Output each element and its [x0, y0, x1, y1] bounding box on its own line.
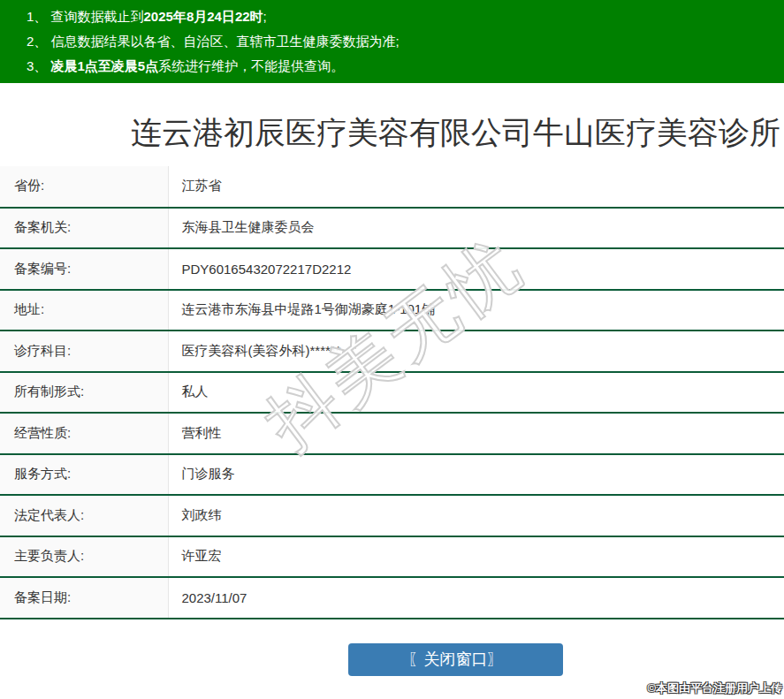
field-label: 备案编号: [0, 248, 168, 290]
notice-line-3: 3、 凌晨1点至凌晨5点系统进行维护，不能提供查询。 [27, 54, 784, 79]
close-window-button[interactable]: 〖关闭窗口〗 [348, 643, 563, 676]
field-label: 服务方式: [0, 454, 168, 496]
field-value: PDY60165432072217D2212 [168, 248, 784, 290]
table-row: 经营性质: 营利性 [0, 413, 784, 454]
field-label: 备案日期: [0, 577, 168, 619]
notice-number: 2、 [27, 34, 51, 49]
field-value: 江苏省 [168, 166, 784, 208]
field-label: 诊疗科目: [0, 331, 168, 372]
field-value: 东海县卫生健康委员会 [168, 208, 784, 249]
record-table-body: 省份: 江苏省 备案机关: 东海县卫生健康委员会 备案编号: PDY601654… [0, 166, 784, 619]
table-row: 省份: 江苏省 [0, 166, 784, 208]
field-value: 刘政纬 [168, 495, 784, 536]
field-value: 许亚宏 [168, 536, 784, 578]
notice-line-1: 1、 查询数据截止到2025年8月24日22时; [27, 4, 784, 29]
notice-text: 查询数据截止到 [51, 9, 144, 24]
table-row: 所有制形式: 私人 [0, 372, 784, 414]
notice-number: 3、 [27, 58, 51, 73]
field-value: 门诊服务 [168, 454, 784, 496]
upload-credit-watermark: ©本图由平台注册用户上传 [647, 680, 782, 696]
field-label: 所有制形式: [0, 372, 168, 414]
field-value: 2023/11/07 [168, 577, 784, 619]
table-row: 诊疗科目: 医疗美容科(美容外科)****** [0, 331, 784, 372]
table-row: 备案日期: 2023/11/07 [0, 577, 784, 619]
notice-text: ; [263, 9, 267, 24]
notice-bold-text: 2025年8月24日22时 [144, 9, 263, 24]
table-row: 地址: 连云港市东海县中堤路1号御湖豪庭1-101铺 [0, 290, 784, 331]
field-value: 营利性 [168, 413, 784, 454]
field-label: 地址: [0, 290, 168, 331]
table-row: 主要负责人: 许亚宏 [0, 536, 784, 578]
notice-text: 信息数据结果以各省、自治区、直辖市卫生健康委数据为准; [51, 34, 400, 49]
field-label: 主要负责人: [0, 536, 168, 578]
notice-bold-text: 凌晨1点至凌晨5点 [51, 58, 159, 73]
field-label: 经营性质: [0, 413, 168, 454]
record-page: 1、 查询数据截止到2025年8月24日22时; 2、 信息数据结果以各省、自治… [0, 0, 784, 676]
field-value: 连云港市东海县中堤路1号御湖豪庭1-101铺 [168, 290, 784, 331]
record-table: 省份: 江苏省 备案机关: 东海县卫生健康委员会 备案编号: PDY601654… [0, 166, 784, 619]
table-row: 备案机关: 东海县卫生健康委员会 [0, 208, 784, 249]
button-row: 〖关闭窗口〗 [0, 643, 784, 676]
table-row: 服务方式: 门诊服务 [0, 454, 784, 496]
notice-text: 系统进行维护，不能提供查询。 [158, 58, 344, 73]
table-row: 备案编号: PDY60165432072217D2212 [0, 248, 784, 290]
field-value: 私人 [168, 372, 784, 414]
field-label: 备案机关: [0, 208, 168, 249]
notice-bar: 1、 查询数据截止到2025年8月24日22时; 2、 信息数据结果以各省、自治… [0, 0, 784, 83]
field-label: 法定代表人: [0, 495, 168, 536]
notice-number: 1、 [27, 9, 51, 24]
page-title: 连云港初辰医疗美容有限公司牛山医疗美容诊所 [0, 111, 784, 153]
notice-line-2: 2、 信息数据结果以各省、自治区、直辖市卫生健康委数据为准; [27, 29, 784, 54]
field-value: 医疗美容科(美容外科)****** [168, 331, 784, 372]
table-row: 法定代表人: 刘政纬 [0, 495, 784, 536]
field-label: 省份: [0, 166, 168, 208]
